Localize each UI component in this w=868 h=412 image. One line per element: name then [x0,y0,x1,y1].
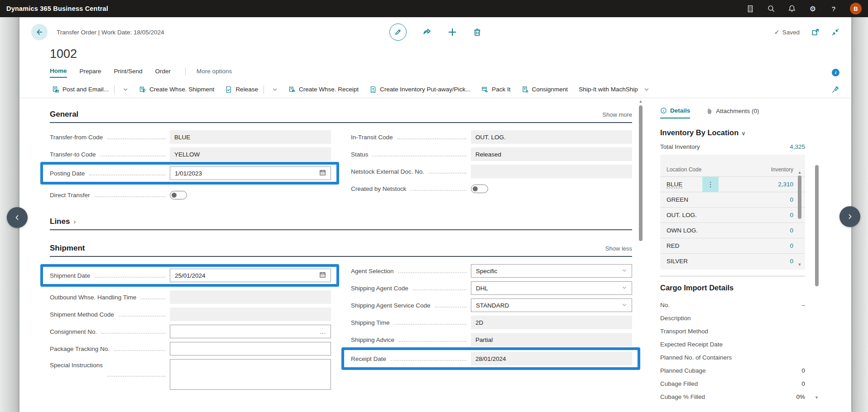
scrollbar-thumb[interactable] [815,165,819,286]
chevron-down-icon[interactable] [622,302,627,309]
inventory-by-location-heading[interactable]: Inventory By Location∨ [660,128,805,137]
cargo-import-details-heading[interactable]: Cargo Import Details [660,284,805,292]
help-icon[interactable]: ? [829,4,838,13]
location-code-cell[interactable]: OWN LOG. [667,227,698,234]
table-row[interactable]: SILVER 0 [660,253,805,269]
table-row[interactable]: RED 0 [660,238,805,253]
in-transit-code-value[interactable]: OUT. LOG. [471,130,632,144]
new-button[interactable] [447,27,457,37]
shipping-agent-service-code-select[interactable]: STANDARD [471,298,632,312]
created-by-netstock-toggle[interactable] [471,185,488,193]
shipping-agent-code-select[interactable]: DHL [471,281,632,295]
chevron-down-icon[interactable] [622,268,627,275]
transfer-to-code-value[interactable]: YELLOW [170,147,331,161]
inventory-table-scrollbar[interactable]: ▲ ▼ [797,170,802,267]
chevron-down-icon[interactable] [622,285,627,292]
ship-it-machship-button[interactable]: Ship-It with MachShip [579,86,649,93]
pin-icon[interactable] [831,85,839,94]
shipping-advice-value[interactable]: Partial [471,333,632,346]
inventory-qty-cell[interactable]: 0 [790,242,793,249]
shipment-section-heading[interactable]: Shipment [50,244,85,253]
table-row[interactable]: BLUE ⋮ 2,310 [660,176,805,192]
pack-it-button[interactable]: Pack It [481,86,510,93]
location-code-column-header[interactable]: Location Code [667,166,701,173]
total-inventory-value[interactable]: 4,325 [790,143,805,150]
table-row[interactable]: OUT. LOG. 0 [660,207,805,223]
notifications-bell-icon[interactable] [787,4,796,13]
package-tracking-no-input[interactable] [170,342,331,355]
user-avatar[interactable]: B [850,3,862,14]
previous-record-button[interactable] [7,207,28,228]
inventory-qty-cell[interactable]: 0 [790,227,793,234]
delete-button[interactable] [473,28,482,37]
general-section-heading[interactable]: General [50,110,78,119]
calendar-icon[interactable] [319,169,326,177]
back-button[interactable] [31,24,48,40]
post-and-email-button[interactable]: Post and Email... [52,86,109,93]
share-button[interactable] [422,27,432,37]
tab-more-options[interactable]: More options [197,68,232,77]
consignment-button[interactable]: Consignment [522,86,568,93]
scroll-down-icon[interactable]: ▼ [815,395,819,400]
status-value[interactable]: Released [471,147,632,161]
tab-home[interactable]: Home [50,67,67,78]
transfer-from-code-value[interactable]: BLUE [170,130,331,144]
inventory-qty-cell[interactable]: 0 [790,258,793,265]
cargo-no-value[interactable]: – [801,302,805,308]
general-show-more-link[interactable]: Show more [602,111,632,118]
inventory-qty-cell[interactable]: 0 [790,196,793,203]
edit-button[interactable] [389,24,407,41]
outbound-whse-handling-time-value[interactable] [170,290,331,304]
scroll-up-icon[interactable]: ▲ [798,170,802,175]
posting-date-input[interactable]: 1/01/2023 [170,166,331,180]
open-in-new-window-icon[interactable] [811,28,820,36]
location-code-cell[interactable]: BLUE [667,181,682,188]
tab-prepare[interactable]: Prepare [80,68,101,77]
next-record-button[interactable] [839,206,860,227]
receipt-date-value[interactable]: 28/01/2024 [471,352,632,365]
settings-gear-icon[interactable]: ⚙ [808,4,817,13]
assist-edit-icon[interactable]: ... [320,328,326,335]
special-instructions-input[interactable] [170,359,331,390]
consignment-no-input[interactable]: ... [170,325,331,338]
table-row[interactable]: GREEN 0 [660,192,805,207]
scrollbar-thumb[interactable] [639,105,643,241]
post-and-email-dropdown-icon[interactable] [123,87,128,92]
scrollbar-thumb[interactable] [798,175,801,219]
direct-transfer-toggle[interactable] [170,191,187,199]
create-whse-receipt-button[interactable]: Create Whse. Receipt [288,86,359,93]
main-scrollbar[interactable]: ▲ [638,98,644,403]
table-row[interactable]: OWN LOG. 0 [660,223,805,238]
location-code-cell[interactable]: SILVER [667,258,688,265]
shipping-time-value[interactable]: 2D [471,316,632,329]
inventory-qty-cell[interactable]: 2,310 [778,181,793,188]
release-button[interactable]: Release [225,86,258,93]
search-icon[interactable] [767,4,776,13]
collapse-icon[interactable] [831,28,839,36]
calendar-icon[interactable] [319,271,326,279]
shipment-show-less-link[interactable]: Show less [605,245,632,252]
scroll-down-icon[interactable]: ▼ [798,262,802,267]
inventory-qty-cell[interactable]: 0 [790,212,793,218]
ship-it-dropdown-icon[interactable] [644,87,649,92]
row-options-icon[interactable]: ⋮ [702,177,719,192]
lines-section-heading[interactable]: Lines› [50,217,76,226]
app-title[interactable]: Dynamics 365 Business Central [6,5,108,12]
location-code-cell[interactable]: OUT. LOG. [667,212,697,218]
shipment-date-input[interactable]: 25/01/2024 [170,269,331,282]
release-dropdown-icon[interactable] [272,87,278,92]
create-whse-shipment-button[interactable]: Create Whse. Shipment [139,86,214,93]
netstock-external-doc-no-value[interactable] [471,165,632,178]
tab-details[interactable]: Details [660,107,690,118]
tab-order[interactable]: Order [155,68,171,77]
location-code-cell[interactable]: GREEN [667,196,688,203]
tab-print-send[interactable]: Print/Send [114,68,143,77]
shipment-method-code-value[interactable] [170,308,331,321]
create-inventory-putaway-button[interactable]: Create Inventory Put-away/Pick... [369,86,470,93]
scroll-up-icon[interactable]: ▲ [638,99,644,104]
inventory-column-header[interactable]: Inventory [771,166,793,173]
factbox-scrollbar[interactable]: ▼ [814,161,820,400]
agent-selection-select[interactable]: Specific [471,264,632,278]
info-icon[interactable]: i [832,69,839,76]
location-code-cell[interactable]: RED [667,242,680,249]
